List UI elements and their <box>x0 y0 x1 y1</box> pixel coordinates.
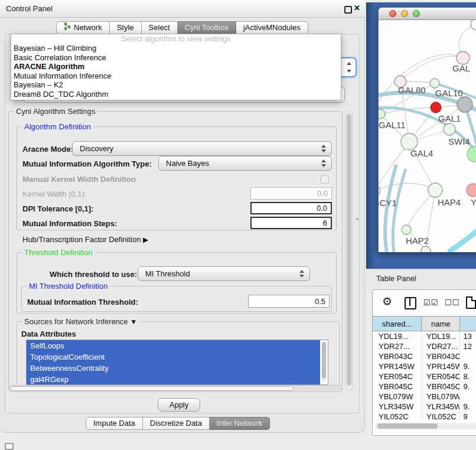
algorithm-dropdown: Select algorithm to view settings Bayesi… <box>11 34 341 100</box>
algorithm-option[interactable]: Bayesian – Hill Climbing <box>11 44 341 53</box>
algorithm-option[interactable]: ARACNE Algorithm <box>11 62 341 71</box>
tab-jactivemnodules[interactable]: jActiveMNodules <box>236 21 308 34</box>
manual-kernel-width-label: Manual Kernel Width Definition <box>22 175 136 184</box>
table-cell: 9 <box>460 412 476 420</box>
table-cell: YLR345W <box>422 402 460 412</box>
network-node-label: SWI4 <box>448 136 470 146</box>
tab-select[interactable]: Select <box>142 21 178 34</box>
network-view-window: GALGAL80GAL10GAL1GAL11GAL4SWI4GCY1HAP4YH… <box>378 7 476 252</box>
apply-button[interactable]: Apply <box>158 398 200 412</box>
network-canvas[interactable]: GALGAL80GAL10GAL1GAL11GAL4SWI4GCY1HAP4YH… <box>379 20 476 252</box>
table-row[interactable]: YDR27...YDR27...12 <box>373 341 476 351</box>
algorithm-option[interactable]: Basic Correlation Inference <box>11 53 341 63</box>
data-attribute-item[interactable]: gal4RGexp <box>27 374 320 385</box>
tab-infer-network[interactable]: Infer Network <box>210 417 270 430</box>
which-threshold-select[interactable]: MI Threshold <box>138 266 310 281</box>
data-attribute-item[interactable]: TopologicalCoefficient <box>27 351 320 363</box>
table-row[interactable]: YBR045CYBR045C9. <box>373 381 476 392</box>
minimize-traffic-light[interactable] <box>401 10 408 17</box>
attributes-scrollbar[interactable] <box>321 341 327 383</box>
kernel-width-input[interactable]: 0.0 <box>250 187 332 200</box>
algorithm-option[interactable]: Dream8 DC_TDC Algorithm <box>11 90 341 99</box>
scrollbar-thumb[interactable] <box>347 114 351 386</box>
close-traffic-light[interactable] <box>389 10 396 17</box>
document-icon[interactable] <box>466 296 476 309</box>
sources-expander[interactable]: Sources for Network Inference ▼ <box>22 317 139 326</box>
manual-kernel-width-checkbox[interactable] <box>321 175 329 184</box>
table-row[interactable]: YBR043CYBR043C <box>373 351 476 361</box>
mi-algorithm-type-select[interactable]: Naive Bayes <box>158 156 332 171</box>
collapsed-panel-icon[interactable] <box>5 443 14 450</box>
network-node[interactable] <box>467 184 476 197</box>
tab-style[interactable]: Style <box>110 21 142 34</box>
close-icon[interactable]: ✕ <box>354 4 360 12</box>
network-node[interactable] <box>430 79 439 88</box>
columns-icon[interactable] <box>405 297 416 309</box>
network-node[interactable] <box>379 109 385 119</box>
algorithm-dropdown-placeholder: Select algorithm to view settings <box>11 34 341 44</box>
aracne-mode-label: Aracne Mode: <box>22 145 73 154</box>
network-node-label: GAL <box>452 63 470 73</box>
table-horizontal-scrollbar[interactable] <box>375 423 476 429</box>
table-row[interactable]: YLR345WYLR345W9. <box>373 402 476 412</box>
network-node[interactable] <box>428 183 442 197</box>
network-node-label: GCY1 <box>379 198 397 208</box>
table-row[interactable]: YBL079WYBL079W <box>373 392 476 402</box>
network-edge <box>379 183 435 191</box>
network-node[interactable] <box>379 185 380 196</box>
tab-discretize-data[interactable]: Discretize Data <box>143 417 210 430</box>
select-all-icon[interactable]: ☑☑ <box>423 298 438 307</box>
panel-title: Control Panel <box>6 4 53 13</box>
network-node[interactable] <box>421 246 431 252</box>
settings-horizontal-scrollbar[interactable] <box>8 385 343 392</box>
network-node[interactable] <box>471 20 476 30</box>
tab-network[interactable]: Network <box>56 21 110 34</box>
mi-threshold-label: Mutual Information Threshold: <box>27 298 138 306</box>
table-row[interactable]: YIL052CYIL052C9 <box>373 412 476 420</box>
table-cell: 9. <box>460 402 476 412</box>
dpi-tolerance-input[interactable]: 0.0 <box>250 202 332 214</box>
table-row[interactable]: YDL19...YDL19...13 <box>373 331 476 341</box>
network-node-label: GAL80 <box>398 85 426 95</box>
table-cell: YDR27... <box>422 341 460 351</box>
network-node[interactable] <box>402 225 411 234</box>
table-cell <box>460 351 476 361</box>
data-attributes-list[interactable]: SelfLoopsTopologicalCoefficientBetweenne… <box>26 340 328 385</box>
tab-cyni-toolbox[interactable]: Cyni Toolbox <box>178 21 236 34</box>
hub-transcription-factor-expander[interactable]: Hub/Transcription Factor Definition ▶ <box>22 235 148 244</box>
data-attribute-item[interactable]: BetweennessCentrality <box>27 363 320 374</box>
network-node[interactable] <box>467 146 476 162</box>
column-header-partial[interactable] <box>460 317 476 331</box>
aracne-mode-select[interactable]: Discovery <box>72 141 332 156</box>
network-node[interactable] <box>401 133 418 150</box>
kernel-width-label: Kernel Width (0,1): <box>22 190 86 198</box>
network-node[interactable] <box>457 97 472 112</box>
cyni-bottom-tabbar: Impute Data Discretize Data Infer Networ… <box>86 417 270 430</box>
table-row[interactable]: YER054CYER054C8. <box>373 371 476 381</box>
network-node[interactable] <box>431 102 441 113</box>
gear-icon[interactable]: ⚙ <box>382 295 392 308</box>
network-node[interactable] <box>457 51 470 64</box>
scrollbar-thumb[interactable] <box>10 386 294 391</box>
network-node-label: GAL1 <box>438 113 461 123</box>
column-header-shared[interactable]: shared... <box>373 317 422 331</box>
panel-splitter-nub[interactable]: ◂ <box>356 216 358 221</box>
scrollbar-thumb[interactable] <box>322 342 326 379</box>
network-edge <box>448 220 476 252</box>
table-row[interactable]: YPR145WYPR145W9. <box>373 361 476 371</box>
column-header-name[interactable]: name <box>422 317 460 331</box>
network-node-label: GAL10 <box>435 88 463 98</box>
deselect-all-icon[interactable]: ☐☐ <box>445 298 459 307</box>
settings-vertical-scrollbar[interactable] <box>345 111 353 391</box>
tab-impute-data[interactable]: Impute Data <box>86 417 143 430</box>
data-attribute-item[interactable]: SelfLoops <box>27 340 320 351</box>
scrollbar-thumb[interactable] <box>377 423 438 429</box>
network-node[interactable] <box>444 123 455 135</box>
network-canvas-svg: GALGAL80GAL10GAL1GAL11GAL4SWI4GCY1HAP4YH… <box>379 20 476 252</box>
zoom-traffic-light[interactable] <box>413 10 420 17</box>
algorithm-option[interactable]: Mutual Information Inference <box>11 71 341 81</box>
mi-steps-input[interactable]: 6 <box>250 217 332 229</box>
mi-threshold-input[interactable]: 0.5 <box>248 295 330 308</box>
float-window-icon[interactable] <box>344 6 352 14</box>
algorithm-option[interactable]: Bayesian – K2 <box>11 80 341 90</box>
